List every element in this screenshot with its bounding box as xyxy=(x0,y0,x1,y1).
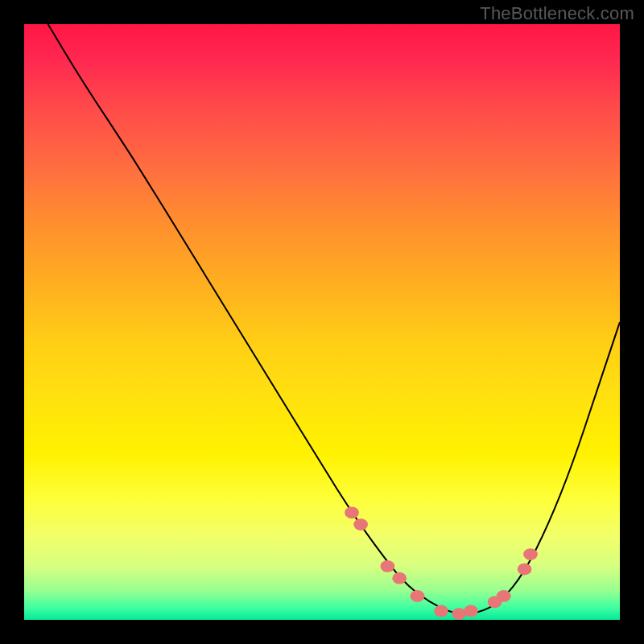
watermark-text: TheBottleneck.com xyxy=(480,3,634,24)
chart-gradient-background xyxy=(24,24,620,620)
